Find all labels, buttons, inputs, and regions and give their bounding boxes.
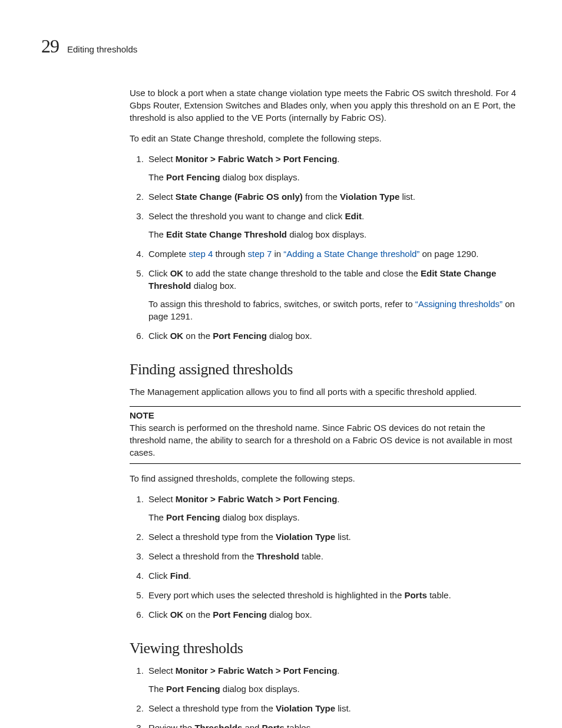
text: dialog box displays. <box>220 172 300 182</box>
text: Select the threshold you want to change … <box>148 211 345 221</box>
section-title: Editing thresholds <box>67 44 137 54</box>
text: and <box>242 723 262 728</box>
step-item: Select Monitor > Fabric Watch > Port Fen… <box>146 493 521 523</box>
text: Select <box>148 192 176 202</box>
text: dialog box displays. <box>220 684 300 694</box>
text: The <box>148 512 166 522</box>
text: . <box>362 211 364 221</box>
text: dialog box. <box>267 331 312 341</box>
cross-reference-link[interactable]: step 7 <box>247 249 272 259</box>
text: on page 1290. <box>419 249 478 259</box>
step-subtext: The Edit State Change Threshold dialog b… <box>148 228 521 241</box>
text: . <box>189 571 191 581</box>
step-item: Click Find. <box>146 569 521 582</box>
button-name: OK <box>170 268 184 278</box>
text: Select a threshold from the <box>148 551 256 561</box>
heading-viewing: Viewing thresholds <box>130 640 521 657</box>
text: The <box>148 229 166 239</box>
button-name: Find <box>170 571 189 581</box>
step-text: . <box>337 154 339 164</box>
table-name: Ports <box>262 723 285 728</box>
text: on the <box>183 331 213 341</box>
note-block: NOTE This search is performed on the thr… <box>130 406 521 464</box>
step-item: Select a threshold type from the Violati… <box>146 531 521 543</box>
text: Select a threshold type from the <box>148 703 276 713</box>
step-item: Select Monitor > Fabric Watch > Port Fen… <box>146 153 521 183</box>
option-name: State Change (Fabric OS only) <box>176 192 303 202</box>
text: dialog box. <box>267 610 312 620</box>
dialog-name: Port Fencing <box>166 684 220 694</box>
text: table. <box>299 551 323 561</box>
text: Select a threshold type from the <box>148 532 276 542</box>
finding-steps-list: Select Monitor > Fabric Watch > Port Fen… <box>130 493 521 621</box>
cross-reference-link[interactable]: “Assigning thresholds” <box>415 299 503 309</box>
step-subtext: The Port Fencing dialog box displays. <box>148 171 521 183</box>
text: Select <box>148 666 176 676</box>
cross-reference-link[interactable]: “Adding a State Change threshold” <box>283 249 419 259</box>
running-header: 29 Editing thresholds <box>41 35 521 57</box>
text: Review the <box>148 723 194 728</box>
step-item: Select a threshold type from the Violati… <box>146 702 521 714</box>
text: Click <box>148 268 170 278</box>
finding-paragraph: The Management application allows you to… <box>130 386 521 398</box>
step-item: Review the Thresholds and Ports tables. <box>146 722 521 728</box>
table-name: Ports <box>404 590 427 600</box>
text: Every port which uses the selected thres… <box>148 590 404 600</box>
step-subtext: To assign this threshold to fabrics, swi… <box>148 298 521 322</box>
step-text: Select <box>148 154 176 164</box>
dialog-name: Port Fencing <box>213 331 267 341</box>
step-item: Every port which uses the selected thres… <box>146 589 521 601</box>
text: Click <box>148 571 170 581</box>
edit-steps-list: Select Monitor > Fabric Watch > Port Fen… <box>130 153 521 342</box>
text: Select <box>148 494 176 504</box>
text: dialog box. <box>191 281 237 291</box>
menu-path: Monitor > Fabric Watch > Port Fencing <box>176 666 337 676</box>
text: table. <box>427 590 451 600</box>
step-item: Select Monitor > Fabric Watch > Port Fen… <box>146 664 521 695</box>
step-item: Select State Change (Fabric OS only) fro… <box>146 190 521 203</box>
dialog-name: Port Fencing <box>166 512 220 522</box>
table-name: Thresholds <box>194 723 242 728</box>
note-body: This search is performed on the threshol… <box>130 421 521 464</box>
chapter-number: 29 <box>41 35 59 57</box>
text: list. <box>335 532 351 542</box>
text: To assign this threshold to fabrics, swi… <box>148 299 415 309</box>
text: Click <box>148 331 170 341</box>
dialog-name: Port Fencing <box>213 610 267 620</box>
text: dialog box displays. <box>220 512 300 522</box>
text: on the <box>183 610 213 620</box>
menu-path: Monitor > Fabric Watch > Port Fencing <box>176 154 337 164</box>
text: . <box>337 666 339 676</box>
text: in <box>272 249 283 259</box>
list-name: Violation Type <box>276 532 335 542</box>
button-name: OK <box>170 610 184 620</box>
viewing-steps-list: Select Monitor > Fabric Watch > Port Fen… <box>130 664 521 728</box>
text: list. <box>399 192 415 202</box>
intro-paragraph-2: To edit an State Change threshold, compl… <box>130 132 521 144</box>
step-item: Select the threshold you want to change … <box>146 210 521 241</box>
finding-paragraph-2: To find assigned thresholds, complete th… <box>130 472 521 485</box>
list-name: Violation Type <box>276 703 335 713</box>
step-item: Complete step 4 through step 7 in “Addin… <box>146 248 521 260</box>
step-item: Click OK on the Port Fencing dialog box. <box>146 608 521 621</box>
page: 29 Editing thresholds Use to block a por… <box>0 0 562 728</box>
step-item: Select a threshold from the Threshold ta… <box>146 550 521 562</box>
menu-path: Monitor > Fabric Watch > Port Fencing <box>176 494 337 504</box>
text: through <box>213 249 247 259</box>
list-name: Violation Type <box>340 192 399 202</box>
text: . <box>337 494 339 504</box>
step-item: Click OK to add the state change thresho… <box>146 267 521 322</box>
step-item: Click OK on the Port Fencing dialog box. <box>146 330 521 342</box>
dialog-name: Edit State Change Threshold <box>166 229 287 239</box>
text: dialog box displays. <box>287 229 366 239</box>
table-name: Threshold <box>256 551 299 561</box>
text: from the <box>303 192 340 202</box>
heading-finding: Finding assigned thresholds <box>130 361 521 378</box>
text: to add the state change threshold to the… <box>183 268 421 278</box>
text: list. <box>335 703 351 713</box>
cross-reference-link[interactable]: step 4 <box>189 249 213 259</box>
intro-paragraph: Use to block a port when a state change … <box>130 87 521 124</box>
dialog-name: Port Fencing <box>166 172 220 182</box>
text: Complete <box>148 249 189 259</box>
content-column: Use to block a port when a state change … <box>130 87 521 728</box>
